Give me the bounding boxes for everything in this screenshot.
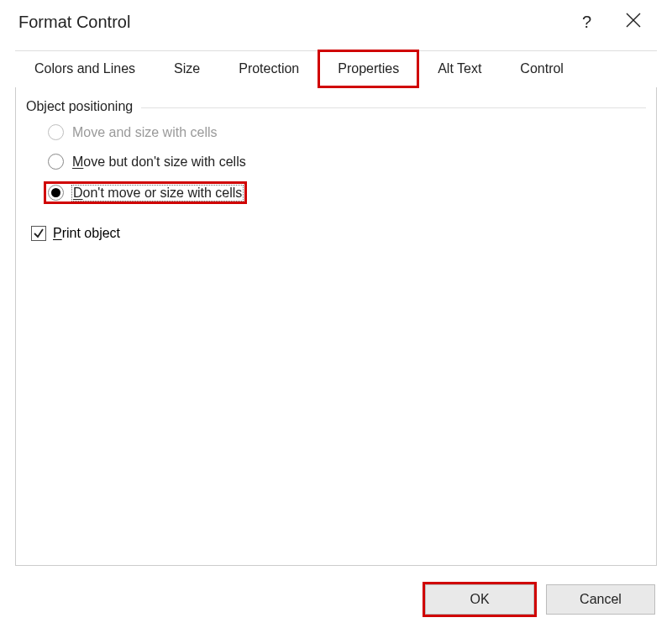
- properties-panel: Object positioning Move and size with ce…: [15, 87, 657, 566]
- radio-icon: [48, 154, 64, 170]
- radio-icon: [48, 185, 64, 201]
- tab-protection[interactable]: Protection: [219, 51, 318, 87]
- radio-group-positioning: Move and size with cells Move but don't …: [48, 124, 646, 202]
- radio-icon: [48, 124, 64, 140]
- help-icon[interactable]: ?: [582, 13, 591, 32]
- tab-properties[interactable]: Properties: [318, 50, 418, 87]
- close-icon[interactable]: [625, 12, 642, 32]
- radio-move-size-with-cells: Move and size with cells: [48, 124, 646, 140]
- titlebar-buttons: ?: [582, 12, 642, 32]
- section-title: Object positioning: [26, 99, 133, 114]
- tab-size[interactable]: Size: [155, 51, 219, 87]
- tab-control[interactable]: Control: [501, 51, 583, 87]
- titlebar: Format Control ?: [10, 7, 662, 40]
- ok-button[interactable]: OK: [425, 584, 534, 615]
- checkbox-label: Print object: [53, 226, 120, 241]
- dialog-title: Format Control: [18, 13, 130, 32]
- button-row: OK Cancel: [425, 584, 655, 615]
- radio-dont-move-size[interactable]: Don't move or size with cells: [45, 183, 245, 202]
- tab-colors-and-lines[interactable]: Colors and Lines: [15, 51, 155, 87]
- checkbox-icon: [31, 226, 46, 241]
- format-control-dialog: Format Control ? Colors and Lines Size P…: [0, 0, 672, 628]
- tab-alt-text[interactable]: Alt Text: [418, 51, 501, 87]
- radio-label: Move and size with cells: [72, 125, 218, 140]
- cancel-button[interactable]: Cancel: [546, 584, 655, 615]
- tabs: Colors and Lines Size Protection Propert…: [15, 50, 657, 87]
- section-divider: [141, 107, 646, 108]
- radio-move-not-size[interactable]: Move but don't size with cells: [48, 154, 646, 170]
- radio-label: Move but don't size with cells: [72, 154, 246, 170]
- section-head: Object positioning: [26, 99, 646, 116]
- checkbox-print-object[interactable]: Print object: [31, 226, 646, 241]
- radio-label: Don't move or size with cells: [72, 186, 243, 201]
